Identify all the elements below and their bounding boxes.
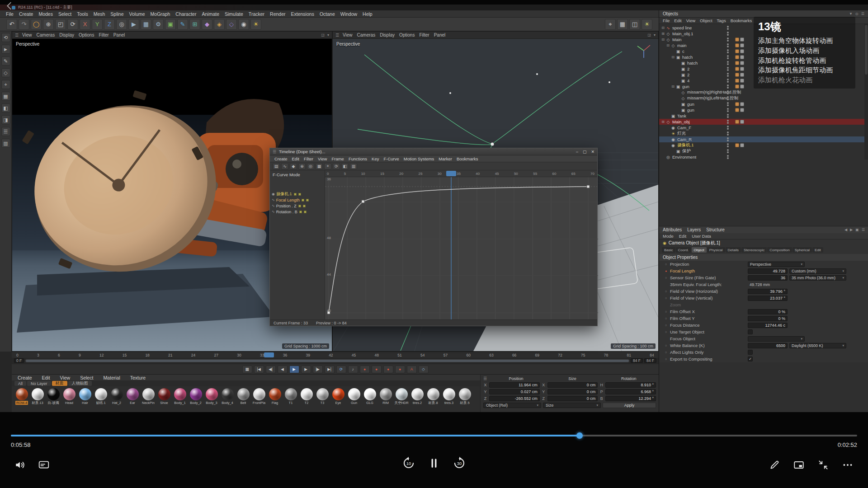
next-key-icon[interactable]: |▶ xyxy=(313,366,323,373)
object-tags[interactable] xyxy=(735,55,744,59)
viewport-menu-item[interactable]: Display xyxy=(59,33,74,38)
coord-menu-icon[interactable]: ☰ xyxy=(483,376,487,381)
viewport-options-icon[interactable]: ▾ xyxy=(327,33,329,37)
track-name[interactable]: Position . Z xyxy=(276,204,297,208)
modeling-tool-icon[interactable]: ◇ xyxy=(1,68,10,77)
progress-handle[interactable] xyxy=(576,432,583,439)
attribute-value-input[interactable]: 12744.46 c xyxy=(748,323,788,328)
expand-toggle-icon[interactable]: ⊟ xyxy=(670,55,675,59)
render-settings-icon[interactable]: ⚙ xyxy=(153,19,164,30)
material-swatch[interactable]: Eye xyxy=(331,388,345,405)
material-swatch[interactable]: tires.2 xyxy=(410,388,425,405)
close-icon[interactable]: ✕ xyxy=(591,150,594,154)
make-preview-icon[interactable]: ▦ xyxy=(242,366,252,373)
object-tags[interactable] xyxy=(735,38,744,42)
tl-step-icon[interactable]: ▥ xyxy=(350,163,357,169)
attribute-unit-dropdown[interactable]: 35 mm Photo (36.0 mm) xyxy=(789,275,846,281)
maximize-icon[interactable]: ▢ xyxy=(583,150,587,154)
viewport-bulb-icon[interactable]: ☀ xyxy=(642,19,652,30)
axis-tool-icon[interactable]: ⌖ xyxy=(1,80,10,89)
material-preview-sphere[interactable] xyxy=(16,388,28,400)
material-preview-sphere[interactable] xyxy=(111,388,123,400)
material-swatch[interactable]: Belt xyxy=(236,388,250,405)
undo-tool-icon[interactable]: ⟲ xyxy=(1,33,10,42)
attribute-mode-item[interactable]: User Data xyxy=(692,234,711,239)
keyframe-dot-icon[interactable]: ○ xyxy=(664,324,668,327)
visibility-dots[interactable] xyxy=(727,126,729,130)
timeline-menu-item[interactable]: Edit xyxy=(290,156,301,161)
visibility-dots[interactable] xyxy=(727,102,729,106)
viewport-menu-item[interactable]: Filter xyxy=(99,33,108,38)
material-swatch[interactable]: Shoe xyxy=(157,388,171,405)
object-tree-row[interactable]: ▣ gun xyxy=(659,101,868,107)
material-swatch[interactable]: T2 xyxy=(299,388,314,405)
material-preview-sphere[interactable] xyxy=(316,388,329,400)
object-name[interactable]: Main_obj xyxy=(672,119,690,124)
material-preview-sphere[interactable] xyxy=(427,388,439,400)
attr-lock-icon[interactable]: ▣ xyxy=(855,228,859,232)
size-mode-dropdown[interactable]: Size xyxy=(543,403,601,408)
primitive-cube-icon[interactable]: ▣ xyxy=(165,19,176,30)
attribute-value-input[interactable]: 0 % xyxy=(748,316,788,321)
back-button[interactable] xyxy=(5,1,14,11)
object-manager-menu-item[interactable]: Tags xyxy=(717,18,726,23)
timeline-menu-item[interactable]: Functions xyxy=(347,156,369,161)
viewport-maximize-icon[interactable]: ◲ xyxy=(321,33,325,37)
fcurve-ruler[interactable]: 0510152025303540455055606570 xyxy=(325,170,597,177)
track-toggle-icon[interactable] xyxy=(299,211,302,213)
size-input[interactable]: 0 cm xyxy=(547,389,598,394)
attr-forward-icon[interactable]: ▶ xyxy=(850,228,853,232)
visibility-dots[interactable] xyxy=(727,49,729,53)
expand-toggle-icon[interactable]: ⊟ xyxy=(660,26,665,30)
visibility-dots[interactable] xyxy=(727,96,729,100)
object-name[interactable]: 保护 xyxy=(682,148,691,154)
object-manager-tab[interactable]: Objects xyxy=(663,11,678,16)
visibility-dots[interactable] xyxy=(727,108,729,112)
track-toggle-icon[interactable] xyxy=(303,205,306,207)
material-swatch[interactable]: FrontPla xyxy=(252,388,266,405)
timeline-dopesheet-window[interactable]: ☰ Timeline (Dope Sheet)... – ▢ ✕ CreateE… xyxy=(269,148,598,326)
snap-grid-icon[interactable]: ▦ xyxy=(1,92,10,101)
material-swatch[interactable]: Hair xyxy=(78,388,92,405)
material-preview-sphere[interactable] xyxy=(127,388,139,400)
object-manager-menu-item[interactable]: File xyxy=(663,18,670,23)
material-swatch[interactable]: Body_4 xyxy=(220,388,235,405)
menu-item[interactable]: Select xyxy=(56,11,74,17)
menu-item[interactable]: Tools xyxy=(75,11,90,17)
visibility-dots[interactable] xyxy=(727,114,729,118)
volume-icon[interactable]: ◆ xyxy=(202,19,212,30)
visibility-dots[interactable] xyxy=(727,143,729,147)
attribute-panel-tab[interactable]: Layers xyxy=(687,227,701,232)
rotate-icon[interactable]: ⟳ xyxy=(67,19,78,30)
menu-item[interactable]: Tracker xyxy=(246,11,267,17)
attribute-value-input[interactable]: 39.796 ° xyxy=(748,289,788,294)
material-preview-sphere[interactable] xyxy=(95,388,107,400)
object-name[interactable]: Cam_R xyxy=(677,137,692,142)
attribute-checkbox[interactable]: ✓ xyxy=(748,357,753,361)
deformer-icon[interactable]: ◇ xyxy=(226,19,237,30)
menu-item[interactable]: Volume xyxy=(127,11,147,17)
grid-icon[interactable]: ▦ xyxy=(617,19,628,30)
object-tree-row[interactable]: ▣ Tank xyxy=(659,113,868,119)
attribute-value-input[interactable]: 36 xyxy=(748,275,788,281)
size-input[interactable]: 0 cm xyxy=(547,382,598,388)
tl-loop-icon[interactable]: ⟳ xyxy=(333,163,340,169)
position-input[interactable]: 11.964 cm xyxy=(489,382,540,388)
attribute-mode-item[interactable]: Mode xyxy=(663,234,674,239)
live-selection-icon[interactable]: ◯ xyxy=(31,19,42,30)
attribute-value-input[interactable]: 49.728 xyxy=(748,268,788,274)
viewport-menu-item[interactable]: View xyxy=(343,33,353,38)
expand-toggle-icon[interactable]: ⊟ xyxy=(670,84,675,89)
snap-icon[interactable]: ⌖ xyxy=(605,19,616,30)
animation-timeline-ruler[interactable]: 0369121518212427303336394245485154576063… xyxy=(12,352,659,358)
material-preview-sphere[interactable] xyxy=(269,388,281,400)
spline-pen-icon[interactable]: ✎ xyxy=(177,19,188,30)
object-tree-row[interactable]: ◉ Cam_R xyxy=(659,136,868,142)
om-filter-icon[interactable]: ▼ xyxy=(849,12,853,16)
material-menu-item[interactable]: Create xyxy=(15,375,34,380)
object-manager-menu-item[interactable]: Object xyxy=(700,18,712,23)
object-tree-row[interactable]: ◇ missarm(rig)RightHand.控制 xyxy=(659,89,868,95)
rotation-input[interactable]: 12.294 ° xyxy=(605,396,656,401)
timeline-menu-item[interactable]: F-Curve xyxy=(382,156,401,161)
viewport-maximize-icon[interactable]: ◲ xyxy=(647,33,651,37)
